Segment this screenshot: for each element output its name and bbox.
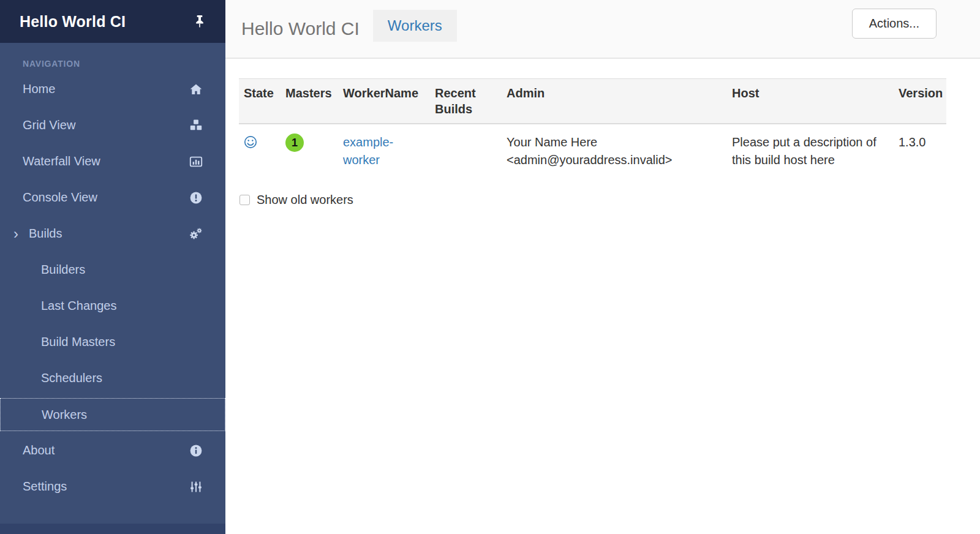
col-version: Version [894,79,946,124]
sidebar-item-build-masters[interactable]: Build Masters [0,324,225,360]
show-old-workers-label: Show old workers [257,193,353,207]
sidebar-item-label: Build Masters [41,335,115,349]
cubes-icon [189,118,203,133]
cell-recent-builds [430,124,502,178]
sidebar-item-console-view[interactable]: Console View [0,179,225,216]
home-icon [189,82,203,97]
sidebar-item-label: Waterfall View [23,154,100,168]
app-window: Hello World CI NAVIGATION Home Grid View… [0,0,980,534]
col-recent-builds: Recent Builds [430,79,502,124]
breadcrumb-workers[interactable]: Workers [373,10,457,42]
cell-workername: example-worker [338,124,430,178]
sidebar-item-label: Console View [23,190,97,205]
sliders-icon [189,479,203,494]
sidebar-item-workers[interactable]: Workers [0,398,225,431]
sidebar-item-grid-view[interactable]: Grid View [0,107,225,143]
sidebar-item-label: Builds [29,227,62,241]
sidebar-nav: Home Grid View Waterfall View Console Vi… [0,71,225,505]
worker-name-link[interactable]: example-worker [343,135,393,167]
smiley-icon [244,135,257,149]
sidebar-item-label: About [23,443,55,457]
bar-chart-icon [189,154,203,169]
cell-state [239,124,281,178]
sidebar-item-label: Settings [23,479,67,494]
info-circle-icon [189,443,203,458]
actions-button[interactable]: Actions... [852,9,937,39]
sidebar-item-builds[interactable]: › Builds [0,216,225,252]
cell-masters: 1 [281,124,338,178]
cell-host: Please put a description of this build h… [727,124,894,178]
sidebar-item-schedulers[interactable]: Schedulers [0,360,225,396]
sidebar-item-label: Last Changes [41,299,116,313]
sidebar-item-last-changes[interactable]: Last Changes [0,288,225,324]
sidebar-item-builders[interactable]: Builders [0,252,225,288]
pin-icon[interactable] [192,14,207,29]
cogs-icon [189,227,203,241]
sidebar-item-label: Schedulers [41,371,102,385]
sidebar-item-home[interactable]: Home [0,71,225,107]
sidebar-section-label: NAVIGATION [23,59,225,69]
col-state: State [239,79,281,124]
sidebar-item-about[interactable]: About [0,432,225,468]
sidebar-item-settings[interactable]: Settings [0,468,225,505]
chevron-right-icon: › [13,228,23,240]
sidebar-item-label: Builders [41,263,85,277]
col-admin: Admin [502,79,727,124]
sidebar-header: Hello World CI [0,0,225,43]
masters-count-badge: 1 [285,134,304,152]
main-area: Hello World CI Workers Actions... State … [225,0,980,534]
sidebar-brand[interactable]: Hello World CI [20,13,126,31]
col-workername: WorkerName [338,79,430,124]
sidebar-item-label: Grid View [23,118,75,132]
workers-content: State Masters WorkerName Recent Builds A… [225,59,980,207]
show-old-workers-checkbox[interactable] [239,195,250,205]
col-host: Host [727,79,894,124]
cell-version: 1.3.0 [894,124,946,178]
sidebar-item-label: Workers [42,408,87,422]
sidebar-item-label: Home [23,82,55,96]
sidebar-item-waterfall-view[interactable]: Waterfall View [0,143,225,179]
workers-table-header: State Masters WorkerName Recent Builds A… [239,79,946,124]
sidebar: Hello World CI NAVIGATION Home Grid View… [0,0,225,534]
page-title: Hello World CI [241,18,360,39]
top-navbar: Hello World CI Workers Actions... [225,0,980,59]
cell-admin: Your Name Here <admin@youraddress.invali… [502,124,727,178]
table-row: 1 example-worker Your Name Here <admin@y… [239,124,946,178]
show-old-workers-row: Show old workers [239,193,967,207]
col-masters: Masters [281,79,338,124]
sidebar-footer [0,524,225,534]
exclamation-circle-icon [189,190,203,205]
workers-table: State Masters WorkerName Recent Builds A… [239,78,946,178]
